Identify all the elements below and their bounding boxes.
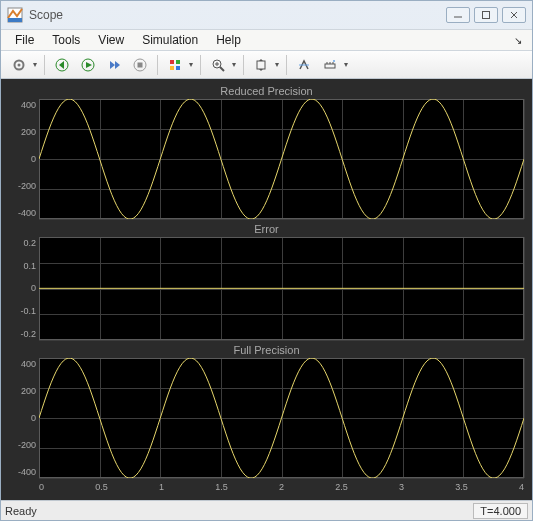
xtick: 2: [279, 482, 284, 496]
dropdown-icon[interactable]: ▾: [342, 60, 350, 69]
yaxis-reduced: 400 200 0 -200 -400: [9, 99, 39, 219]
svg-rect-12: [170, 60, 174, 64]
ytick: 0: [9, 154, 36, 164]
dropdown-icon[interactable]: ▾: [230, 60, 238, 69]
menu-help[interactable]: Help: [208, 31, 249, 49]
svg-rect-20: [257, 61, 265, 69]
subplot-title: Full Precision: [9, 344, 524, 358]
menubar-overflow-icon[interactable]: ↘: [510, 35, 526, 46]
ytick: 0: [9, 283, 36, 293]
xaxis: 00.511.522.533.54: [39, 482, 524, 496]
app-logo-icon: [7, 7, 23, 23]
ytick: -0.1: [9, 306, 36, 316]
ytick: 0.2: [9, 238, 36, 248]
ytick: -200: [9, 181, 36, 191]
svg-rect-1: [8, 18, 22, 22]
plot-canvas-reduced[interactable]: [39, 99, 524, 219]
status-time: T=4.000: [473, 503, 528, 519]
toolbar: ▾ ▾ ▾ ▾ ▾: [1, 51, 532, 79]
subplot-title: Error: [9, 223, 524, 237]
menu-simulation[interactable]: Simulation: [134, 31, 206, 49]
maximize-button[interactable]: [474, 7, 498, 23]
ytick: 200: [9, 386, 36, 396]
titlebar: Scope: [1, 1, 532, 29]
close-button[interactable]: [502, 7, 526, 23]
xtick: 1: [159, 482, 164, 496]
yaxis-full: 400 200 0 -200 -400: [9, 358, 39, 478]
svg-rect-11: [138, 62, 143, 67]
svg-rect-15: [176, 66, 180, 70]
signal-selector-button[interactable]: [163, 54, 187, 76]
menu-view[interactable]: View: [90, 31, 132, 49]
svg-rect-13: [176, 60, 180, 64]
svg-rect-3: [483, 12, 490, 19]
status-ready: Ready: [5, 505, 473, 517]
ytick: 200: [9, 127, 36, 137]
ytick: -0.2: [9, 329, 36, 339]
plot-canvas-full[interactable]: [39, 358, 524, 478]
ytick: 0: [9, 413, 36, 423]
dropdown-icon[interactable]: ▾: [273, 60, 281, 69]
zoom-button[interactable]: [206, 54, 230, 76]
ytick: -200: [9, 440, 36, 450]
svg-point-26: [333, 60, 335, 62]
xtick: 0.5: [95, 482, 108, 496]
subplot-error: Error 0.2 0.1 0 -0.1 -0.2: [9, 223, 524, 340]
step-forward-button[interactable]: [102, 54, 126, 76]
plot-canvas-error[interactable]: [39, 237, 524, 340]
yaxis-error: 0.2 0.1 0 -0.1 -0.2: [9, 237, 39, 340]
scope-window: Scope File Tools View Simulation Help ↘ …: [0, 0, 533, 521]
ytick: -400: [9, 208, 36, 218]
xtick: 1.5: [215, 482, 228, 496]
menu-file[interactable]: File: [7, 31, 42, 49]
ytick: 400: [9, 359, 36, 369]
dropdown-icon[interactable]: ▾: [31, 60, 39, 69]
xtick: 3: [399, 482, 404, 496]
ytick: -400: [9, 467, 36, 477]
subplot-title: Reduced Precision: [9, 85, 524, 99]
run-button[interactable]: [76, 54, 100, 76]
ytick: 0.1: [9, 261, 36, 271]
xtick: 4: [519, 482, 524, 496]
svg-point-7: [18, 63, 21, 66]
ytick: 400: [9, 100, 36, 110]
autoscale-button[interactable]: [249, 54, 273, 76]
subplot-reduced: Reduced Precision 400 200 0 -200 -400: [9, 85, 524, 219]
triggers-button[interactable]: [292, 54, 316, 76]
menubar: File Tools View Simulation Help ↘: [1, 29, 532, 51]
step-back-button[interactable]: [50, 54, 74, 76]
xtick: 0: [39, 482, 44, 496]
xaxis-row: 00.511.522.533.54: [9, 482, 524, 496]
xtick: 3.5: [455, 482, 468, 496]
dropdown-icon[interactable]: ▾: [187, 60, 195, 69]
svg-rect-14: [170, 66, 174, 70]
window-title: Scope: [29, 8, 446, 22]
measurements-button[interactable]: [318, 54, 342, 76]
xtick: 2.5: [335, 482, 348, 496]
statusbar: Ready T=4.000: [1, 500, 532, 520]
subplot-full: Full Precision 400 200 0 -200 -400: [9, 344, 524, 478]
menu-tools[interactable]: Tools: [44, 31, 88, 49]
svg-line-17: [220, 67, 224, 71]
minimize-button[interactable]: [446, 7, 470, 23]
stop-button[interactable]: [128, 54, 152, 76]
plot-area: Reduced Precision 400 200 0 -200 -400 Er…: [1, 79, 532, 500]
configure-button[interactable]: [7, 54, 31, 76]
svg-rect-22: [325, 64, 335, 68]
